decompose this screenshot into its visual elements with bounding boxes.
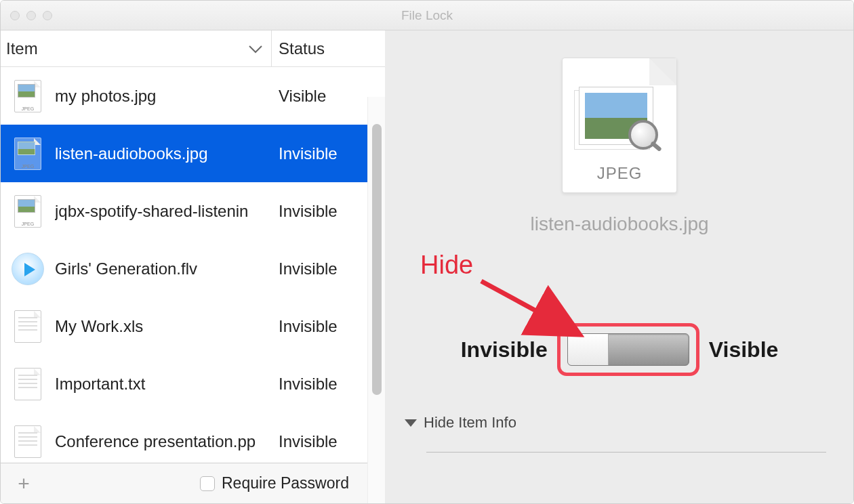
titlebar: File Lock (1, 1, 853, 30)
selected-filename: listen-audiobooks.jpg (386, 213, 853, 235)
file-list-pane: Item Status my photos.jpg Visible (1, 30, 386, 503)
file-preview-icon: JPEG (562, 58, 677, 193)
file-icon (1, 80, 55, 112)
hide-item-info-label: Hide Item Info (424, 414, 516, 432)
list-item[interactable]: Important.txt Invisible (1, 355, 385, 413)
file-name: listen-audiobooks.jpg (55, 144, 272, 163)
file-name: My Work.xls (55, 317, 272, 336)
file-icon (1, 138, 55, 170)
annotation-highlight-box (557, 323, 699, 376)
visibility-toggle[interactable] (567, 333, 689, 366)
disclosure-triangle-icon (405, 419, 417, 427)
file-name: Girls' Generation.flv (55, 259, 272, 278)
visibility-row: Invisible Visible (386, 323, 853, 376)
file-icon (1, 368, 55, 400)
close-window-button[interactable] (10, 11, 20, 20)
zoom-window-button[interactable] (43, 11, 52, 20)
column-header-item[interactable]: Item (1, 30, 272, 66)
require-password-checkbox[interactable] (200, 476, 215, 491)
footer-bar: + Require Password (1, 463, 385, 503)
file-name: Conference presentation.pp (55, 432, 272, 451)
add-button[interactable]: + (10, 472, 37, 495)
file-icon (1, 310, 55, 343)
column-header-status[interactable]: Status (272, 30, 385, 66)
list-item[interactable]: my photos.jpg Visible (1, 67, 385, 125)
file-icon (1, 195, 55, 228)
divider (426, 452, 826, 453)
magnifier-icon (628, 120, 658, 150)
file-icon (1, 425, 55, 458)
file-name: jqbx-spotify-shared-listenin (55, 202, 272, 221)
list-item[interactable]: listen-audiobooks.jpg Invisible (1, 125, 385, 182)
list-item[interactable]: Girls' Generation.flv Invisible (1, 240, 385, 297)
file-name: my photos.jpg (55, 87, 272, 106)
file-list: my photos.jpg Visible listen-audiobooks.… (1, 67, 385, 463)
play-icon (12, 253, 44, 285)
require-password-label: Require Password (222, 474, 349, 492)
annotation-hide-label: Hide (420, 251, 473, 280)
visible-label: Visible (709, 337, 779, 362)
column-header-status-label: Status (279, 39, 325, 58)
list-item[interactable]: jqbx-spotify-shared-listenin Invisible (1, 182, 385, 240)
require-password-option[interactable]: Require Password (200, 474, 349, 492)
scrollbar-thumb[interactable] (372, 124, 382, 395)
window-controls (10, 11, 52, 20)
list-item[interactable]: My Work.xls Invisible (1, 297, 385, 355)
column-header-item-label: Item (6, 39, 38, 58)
invisible-label: Invisible (461, 337, 548, 362)
file-type-label: JPEG (563, 164, 676, 183)
hide-item-info-toggle[interactable]: Hide Item Info (405, 414, 853, 432)
list-item[interactable]: Conference presentation.pp Invisible (1, 413, 385, 463)
file-icon (1, 253, 55, 285)
chevron-down-icon (248, 39, 263, 58)
column-headers: Item Status (1, 30, 385, 67)
file-name: Important.txt (55, 375, 272, 394)
window-title: File Lock (1, 8, 853, 23)
toggle-thumb[interactable] (568, 334, 609, 365)
scrollbar[interactable] (367, 97, 385, 503)
minimize-window-button[interactable] (26, 11, 36, 20)
